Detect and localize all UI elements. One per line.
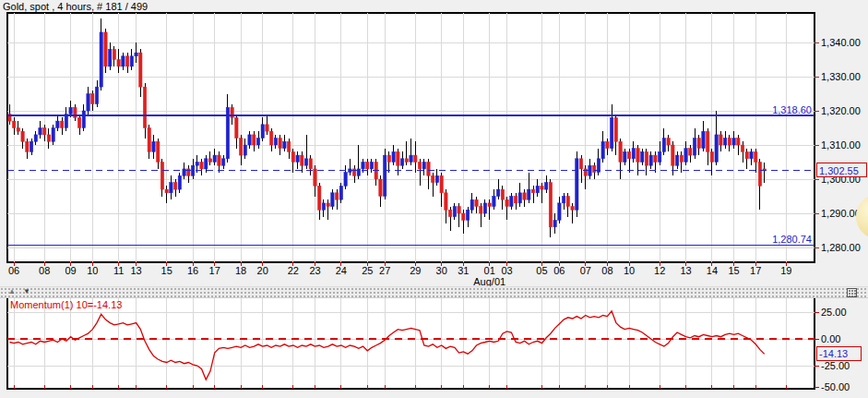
time-axis-label: 23: [309, 265, 320, 276]
time-axis-label: 09: [65, 265, 76, 276]
momentum-indicator-label: Momentum(1) 10=-14.13: [10, 299, 122, 310]
time-axis-label: 07: [580, 265, 591, 276]
momentum-plot-background[interactable]: [7, 297, 814, 389]
time-axis-label: 01: [484, 265, 495, 276]
time-axis-label: 10: [624, 265, 635, 276]
momentum-axis-label: -50.00: [821, 381, 850, 392]
time-axis-label: 15: [161, 265, 172, 276]
time-axis-label: 10: [87, 265, 98, 276]
momentum-panel[interactable]: Momentum(1) 10=-14.13: [7, 297, 814, 389]
time-axis-label: 22: [288, 265, 299, 276]
splitter-expand-down-button[interactable]: ▼: [20, 287, 33, 296]
level-line-label: 1,318.60: [772, 104, 812, 115]
momentum-axis-label: -25.00: [821, 360, 850, 371]
price-and-momentum-chart[interactable]: 1,318.601,280.741,340.001,330.001,320.00…: [0, 0, 868, 398]
time-axis-label: 06: [553, 265, 565, 276]
time-axis-label: 24: [336, 265, 347, 276]
momentum-axis-label: 25.00: [821, 307, 847, 318]
price-axis-label: 1,290.00: [821, 208, 861, 219]
current-price-label: 1,302.55: [819, 165, 859, 176]
time-axis-label: 16: [187, 265, 198, 276]
time-axis-label: 08: [601, 265, 612, 276]
momentum-value-label: -14.13: [819, 348, 848, 359]
time-axis-label: 30: [436, 265, 447, 276]
panel-splitter[interactable]: ▲ ▼: [0, 286, 868, 298]
time-axis-label: 14: [707, 265, 718, 276]
price-axis-label: 1,310.00: [821, 139, 861, 151]
price-plot-background[interactable]: [7, 13, 814, 262]
price-axis-label: 1,340.00: [821, 37, 861, 48]
momentum-value-box: -14.13: [817, 346, 862, 360]
time-axis-label: 13: [680, 265, 691, 276]
price-axis-label: 1,280.00: [821, 242, 861, 253]
level-line-label: 1,280.74: [772, 234, 812, 245]
current-price-box: 1,302.55: [817, 163, 867, 177]
time-axis-label: 31: [458, 265, 469, 276]
time-axis-label: 29: [410, 265, 421, 276]
price-axis: 1,340.001,330.001,320.001,310.001,300.00…: [814, 37, 861, 253]
time-axis-label: 11: [113, 265, 124, 276]
price-axis-label: 1,320.00: [821, 105, 861, 116]
time-axis-label: 17: [209, 265, 220, 276]
time-axis-label: 06: [8, 265, 19, 276]
time-axis-label: 13: [130, 265, 141, 276]
time-axis-label: 15: [728, 265, 739, 276]
momentum-axis-label: 0.00: [821, 333, 840, 344]
time-axis-label: 17: [750, 265, 761, 276]
time-axis-label: 25: [362, 265, 373, 276]
price-axis-label: 1,330.00: [821, 71, 861, 82]
price-panel[interactable]: 1,318.601,280.74: [7, 13, 814, 262]
time-axis-label: 03: [501, 265, 512, 276]
time-axis-label: 18: [235, 265, 246, 276]
time-axis-label: 05: [536, 265, 547, 276]
time-axis: 0608091011131516171820222324252729303101…: [8, 262, 791, 287]
time-axis-label: 19: [780, 265, 791, 276]
time-axis-label: 20: [257, 265, 268, 276]
time-axis-label: 08: [39, 265, 50, 276]
time-axis-label: 27: [379, 265, 390, 276]
time-axis-label: 12: [654, 265, 665, 276]
splitter-collapse-up-button[interactable]: ▲: [6, 287, 18, 296]
splitter-menu-icon[interactable]: [847, 288, 857, 297]
